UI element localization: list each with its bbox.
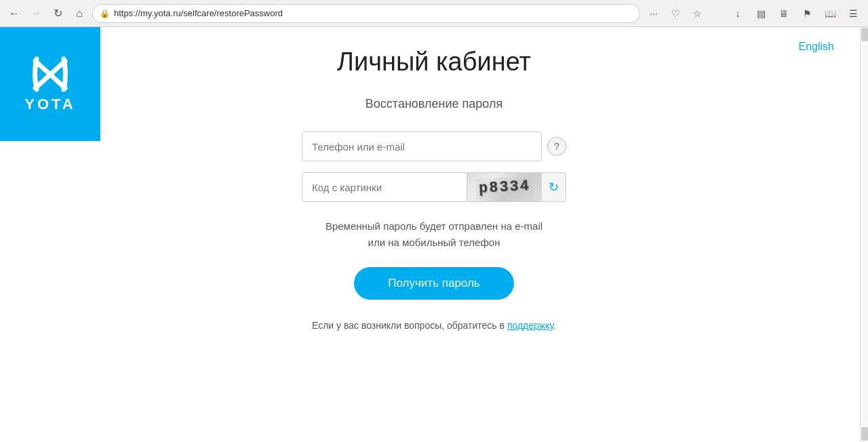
- home-icon: ⌂: [76, 7, 83, 20]
- scrollbar[interactable]: [860, 27, 868, 442]
- home-button[interactable]: ⌂: [71, 5, 88, 22]
- more-button[interactable]: ···: [644, 4, 663, 23]
- library-button[interactable]: ▤: [751, 4, 770, 23]
- yota-logo[interactable]: YOTA: [0, 27, 100, 141]
- language-switcher: English: [799, 41, 834, 53]
- captcha-text: p8334: [475, 176, 533, 198]
- back-icon: ←: [9, 7, 20, 20]
- back-button[interactable]: ←: [5, 5, 23, 22]
- submit-button[interactable]: Получить пароль: [354, 267, 513, 300]
- page-content: YOTA English Личный кабинет Восстановлен…: [0, 27, 868, 442]
- menu-button[interactable]: ☰: [844, 4, 863, 23]
- library-icon: ▤: [757, 8, 766, 19]
- captcha-refresh-button[interactable]: ↻: [542, 172, 566, 202]
- screenshot-icon: 🖥: [779, 8, 789, 19]
- language-link[interactable]: English: [799, 41, 834, 52]
- browser-actions: ··· ♡ ☆: [644, 4, 707, 23]
- yota-logo-symbol: [30, 56, 71, 93]
- scroll-thumb-bottom: [861, 427, 868, 441]
- flag-icon: ⚑: [803, 8, 812, 19]
- pocket-button[interactable]: ♡: [666, 4, 685, 23]
- page-title: Личный кабинет: [337, 47, 531, 77]
- captcha-image: p8334: [467, 172, 542, 202]
- screenshot-button[interactable]: 🖥: [774, 4, 793, 23]
- yota-logo-text: YOTA: [24, 96, 75, 113]
- support-text: Если у вас возникли вопросы, обратитесь …: [312, 320, 556, 331]
- menu-icon: ☰: [849, 8, 858, 19]
- pocket-icon: ♡: [671, 8, 680, 19]
- forward-icon: →: [31, 7, 41, 20]
- scroll-thumb-top: [861, 28, 868, 41]
- captcha-row: p8334 ↻: [302, 172, 566, 202]
- info-text: Временный пароль будет отправлен на e-ma…: [326, 218, 542, 251]
- flag-button[interactable]: ⚑: [797, 4, 816, 23]
- reload-button[interactable]: ↻: [49, 5, 66, 22]
- support-prefix: Если у вас возникли вопросы, обратитесь …: [312, 320, 507, 331]
- help-icon: ?: [554, 141, 559, 152]
- star-icon: ☆: [693, 8, 702, 19]
- help-button[interactable]: ?: [547, 137, 566, 156]
- main-content: Личный кабинет Восстановление пароля ? p…: [0, 27, 868, 331]
- address-bar-container: 🔒: [92, 4, 640, 23]
- refresh-icon: ↻: [549, 180, 559, 195]
- download-icon: ↓: [736, 8, 741, 19]
- support-link[interactable]: поддержку: [507, 320, 553, 331]
- phone-input-row: ?: [302, 132, 566, 161]
- form-container: ? p8334 ↻ Временный пароль будет отправл…: [298, 132, 570, 300]
- browser-chrome: ← → ↻ ⌂ 🔒 ··· ♡ ☆ ↓ ▤ 🖥 ⚑ 📖 ☰: [0, 0, 868, 27]
- forward-button[interactable]: →: [27, 5, 45, 22]
- captcha-input[interactable]: [302, 172, 467, 202]
- reader-button[interactable]: 📖: [821, 4, 840, 23]
- support-suffix: .: [553, 320, 556, 331]
- address-bar[interactable]: [114, 8, 633, 18]
- star-button[interactable]: ☆: [688, 4, 707, 23]
- reload-icon: ↻: [54, 7, 62, 20]
- lock-icon: 🔒: [100, 9, 110, 18]
- phone-email-input[interactable]: [302, 132, 542, 161]
- form-subtitle: Восстановление пароля: [366, 97, 502, 111]
- reader-icon: 📖: [825, 8, 836, 19]
- info-line1: Временный пароль будет отправлен на e-ma…: [326, 218, 542, 235]
- download-button[interactable]: ↓: [728, 4, 747, 23]
- info-line2: или на мобильный телефон: [326, 235, 542, 251]
- more-icon: ···: [650, 8, 658, 19]
